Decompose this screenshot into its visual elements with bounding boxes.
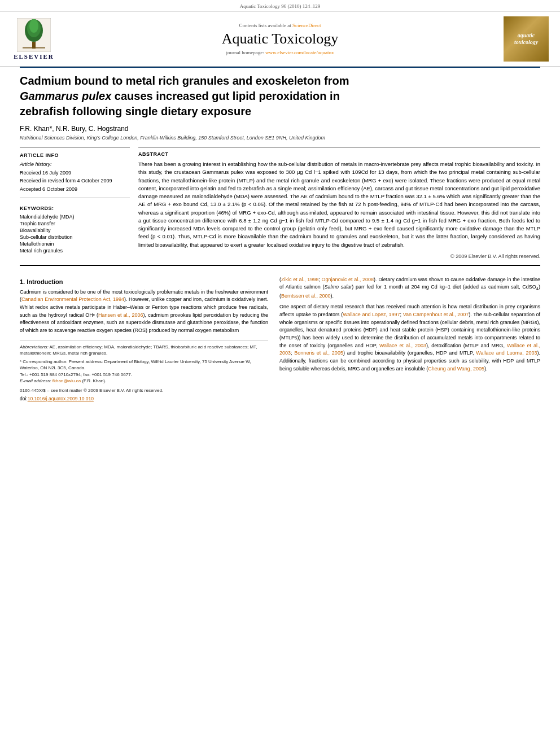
journal-name: Aquatic Toxicology: [56, 30, 504, 47]
content-divider: [20, 265, 540, 266]
section-label: Introduction: [27, 278, 63, 285]
corresponding-line: * Corresponding author. Present address:…: [20, 359, 268, 371]
footnote-section: Abbreviations: AE, assimilation efficien…: [20, 340, 268, 401]
journal-title-center: Contents lists available at ScienceDirec…: [56, 23, 504, 55]
issn-line: 0166-445X/$ – see front matter © 2009 El…: [20, 387, 268, 394]
article-info-header: ARTICLE INFO: [20, 152, 130, 158]
article-title: Cadmium bound to metal rich granules and…: [20, 73, 540, 119]
svg-point-5: [29, 19, 38, 33]
corresponding-label: * Corresponding author.: [20, 359, 68, 364]
link-ognjanovic[interactable]: Ognjanovic et al., 2008: [321, 277, 374, 282]
journal-citation: Aquatic Toxicology 96 (2010) 124–129: [240, 3, 321, 9]
keyword-1: Malondialdehyde (MDA): [20, 214, 130, 220]
authors-line: F.R. Khan*, N.R. Bury, C. Hogstrand: [20, 125, 540, 133]
journal-homepage: journal homepage: www.elsevier.com/locat…: [56, 50, 504, 55]
abbrev-line: Abbreviations: AE, assimilation efficien…: [20, 344, 268, 356]
affiliations: Nutritional Sciences Division, King's Co…: [20, 135, 540, 141]
title-line3: causes increased gut lipid peroxidation …: [115, 90, 340, 102]
keyword-4: Sub-cellular distribution: [20, 234, 130, 240]
section-num: 1.: [20, 278, 25, 285]
link-wallace-2003a[interactable]: Wallace et al., 2003: [379, 343, 426, 348]
journal-top-bar: Aquatic Toxicology 96 (2010) 124–129: [0, 2, 560, 12]
email-suffix: (F.R. Khan).: [82, 378, 106, 383]
article-body: ARTICLE INFO Article history: Received 1…: [20, 147, 540, 259]
link-bonneris[interactable]: Bonneris et al., 2005: [294, 350, 343, 356]
right-para1: (Zikic et al., 1998; Ognjanovic et al., …: [279, 276, 540, 300]
link-wallace-lopez[interactable]: Wallace and Lopez, 1997: [343, 312, 400, 317]
title-line4: zebrafish following single dietary expos…: [20, 105, 251, 117]
link-hansen[interactable]: Hansen et al., 2006: [98, 312, 143, 318]
main-content: 1. Introduction Cadmium is considered to…: [0, 270, 560, 407]
sciencedirect-anchor[interactable]: ScienceDirect: [292, 23, 321, 28]
intro-column: 1. Introduction Cadmium is considered to…: [20, 276, 268, 401]
intro-section-title: 1. Introduction: [20, 278, 268, 285]
article-info-column: ARTICLE INFO Article history: Received 1…: [20, 147, 130, 259]
link-van-campenhout[interactable]: Van Campenhout et al., 2007: [403, 312, 469, 317]
title-line2: Gammarus pulex: [20, 90, 111, 102]
link-berntssen[interactable]: Berntssen et al., 2000: [281, 293, 331, 299]
sciencedirect-link: Contents lists available at ScienceDirec…: [56, 23, 504, 28]
link-zikic[interactable]: Zikic et al., 1998: [281, 277, 318, 282]
abstract-text: There has been a growing interest in est…: [138, 160, 540, 249]
link-canadian-act[interactable]: Canadian Environmental Protection Act, 1…: [21, 296, 124, 302]
page-container: Aquatic Toxicology 96 (2010) 124–129 ELS…: [0, 0, 560, 407]
aquatic-tox-logo-box: aquatic toxicology: [504, 16, 549, 62]
received-date: Received 16 July 2009: [20, 169, 130, 177]
title-line1: Cadmium bound to metal rich granules and…: [20, 75, 349, 87]
email-link[interactable]: fkhan@wlu.ca: [53, 378, 81, 383]
abstract-section: ABSTRACT There has been a growing intere…: [138, 148, 540, 259]
link-wallace-luoma[interactable]: Wallace and Luoma, 2003: [476, 350, 537, 356]
doi-text: doi:: [20, 396, 28, 401]
article-container: Cadmium bound to metal rich granules and…: [0, 68, 560, 265]
keywords-header: Keywords:: [20, 206, 130, 211]
svg-rect-2: [23, 47, 45, 49]
abstract-title: ABSTRACT: [138, 151, 540, 157]
keyword-6: Metal rich granules: [20, 248, 130, 254]
right-para2: One aspect of dietary metal research tha…: [279, 303, 540, 373]
keyword-5: Metallothionein: [20, 241, 130, 247]
keywords-section: Keywords: Malondialdehyde (MDA) Trophic …: [20, 197, 130, 254]
doi-line: doi:10.1016/j.aquatox.2009.10.010: [20, 396, 268, 401]
journal-banner: ELSEVIER Contents lists available at Sci…: [0, 12, 560, 66]
received-revised-date: Received in revised form 4 October 2009: [20, 177, 130, 185]
elsevier-logo: ELSEVIER: [11, 18, 56, 60]
homepage-url[interactable]: www.elsevier.com/locate/aquatox: [265, 50, 334, 55]
tel-line: Tel.: +001 519 884 0710x2794; fax: +001 …: [20, 372, 268, 378]
journal-header: Aquatic Toxicology 96 (2010) 124–129 ELS…: [0, 0, 560, 67]
logo-title-text: aquatic toxicology: [514, 32, 538, 46]
right-content-column: (Zikic et al., 1998; Ognjanovic et al., …: [279, 276, 540, 401]
intro-para1: Cadmium is considered to be one of the m…: [20, 289, 268, 335]
elsevier-tree-icon: [17, 18, 51, 52]
doi-link[interactable]: 10.1016/j.aquatox.2009.10.010: [28, 396, 94, 401]
copyright-line: © 2009 Elsevier B.V. All rights reserved…: [138, 254, 540, 259]
abstract-column: ABSTRACT There has been a growing intere…: [138, 147, 540, 259]
email-label: E-mail address:: [20, 378, 51, 383]
abbrev-text: AE, assimilation efficiency; MDA, malond…: [20, 344, 257, 356]
keyword-2: Trophic transfer: [20, 221, 130, 226]
accepted-date: Accepted 6 October 2009: [20, 186, 130, 193]
keyword-3: Bioavailability: [20, 228, 130, 233]
email-line: E-mail address: fkhan@wlu.ca (F.R. Khan)…: [20, 378, 268, 384]
elsevier-text: ELSEVIER: [14, 53, 54, 60]
link-cheung-wang[interactable]: Cheung and Wang, 2005: [428, 366, 484, 372]
history-label: Article history:: [20, 161, 130, 168]
abbrev-label: Abbreviations:: [20, 344, 49, 350]
